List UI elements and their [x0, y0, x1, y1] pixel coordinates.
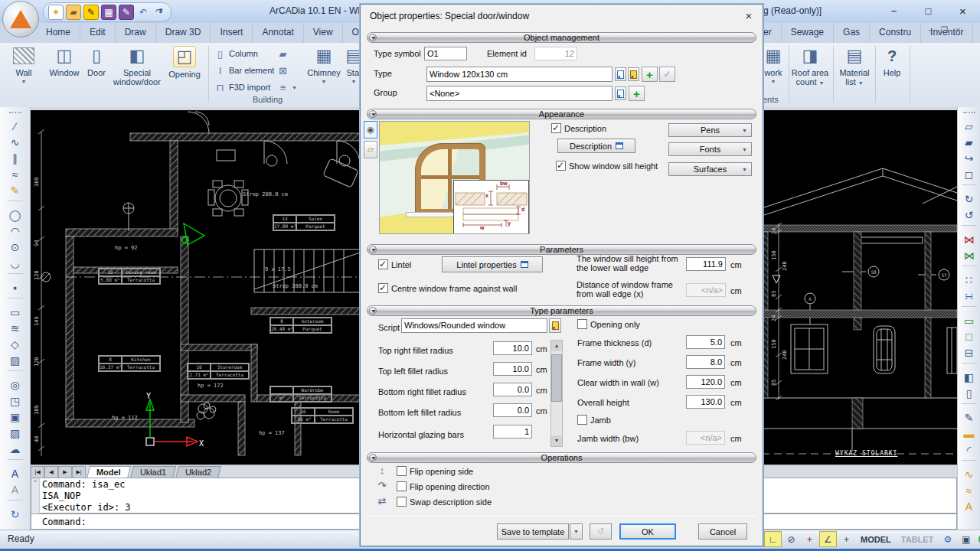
section-object-management[interactable]: Object management	[367, 32, 756, 43]
polygon-tool-icon[interactable]: ◇	[6, 336, 24, 352]
jamb-checkbox[interactable]	[577, 415, 587, 425]
edit-region-icon[interactable]: □	[960, 328, 978, 344]
description-button[interactable]: Description	[557, 139, 635, 153]
tablet-mode[interactable]: TABLET	[897, 531, 939, 547]
double-line-tool-icon[interactable]: ∥	[6, 150, 24, 166]
new-file-icon[interactable]: ✶	[48, 5, 64, 20]
surfaces-button[interactable]: Surfaces▼	[668, 162, 752, 176]
ribbon-tab-view[interactable]: View	[304, 23, 343, 43]
bar-element-button[interactable]: IBar element	[214, 63, 274, 78]
door-button[interactable]: ▯ Door	[83, 44, 110, 93]
save-template-dropdown[interactable]: ▼	[570, 523, 583, 540]
ribbon-tab-gas[interactable]: Gas	[834, 23, 870, 43]
window-button[interactable]: ◫ Window	[44, 44, 84, 93]
ortho-mode[interactable]: ∟	[764, 531, 782, 547]
dimension-edit-icon[interactable]: ✎	[960, 409, 978, 425]
box-3d-icon[interactable]: ◧	[960, 369, 978, 385]
region-tool-icon[interactable]: ▣	[6, 409, 24, 425]
layout-nav-button[interactable]: |◀	[31, 466, 44, 478]
mtext-tool-icon[interactable]: A	[6, 481, 24, 497]
network-button[interactable]: ▦ work▼	[760, 44, 786, 93]
section-operations[interactable]: Operations	[367, 452, 756, 463]
material-list-button[interactable]: ▤ Materiallist ▼	[836, 44, 873, 93]
polyline-tool-icon[interactable]: ∿	[6, 134, 24, 150]
column-button[interactable]: ▯Column	[214, 46, 258, 61]
spline-tool-icon[interactable]: ≈	[6, 166, 24, 182]
pens-button[interactable]: Pens▼	[668, 123, 752, 137]
section-appearance[interactable]: Appearance	[367, 109, 756, 119]
corner-arc-icon[interactable]: ◜	[960, 442, 978, 458]
roof-area-count-button[interactable]: ◨ Roof areacount ▼	[791, 44, 829, 93]
mirror-3d-icon[interactable]: ⋈	[960, 247, 978, 263]
doc-close-button[interactable]: ×	[956, 25, 960, 35]
arc-3point-tool-icon[interactable]: ◡	[6, 255, 24, 271]
fillet-bl-input[interactable]: 0.0	[493, 403, 532, 417]
doc-minimize-button[interactable]: −	[928, 25, 933, 35]
regen-icon[interactable]: ↻	[6, 506, 24, 522]
save-as-icon[interactable]: ✎	[119, 5, 134, 20]
qat-customize-icon[interactable]: ▾	[159, 6, 163, 14]
ribbon-tab-annotat[interactable]: Annotat	[253, 23, 303, 43]
description-checkbox[interactable]	[551, 123, 561, 133]
ellipse-tool-icon[interactable]: ⊙	[6, 239, 24, 255]
mirror-icon[interactable]: ⋈	[960, 231, 978, 247]
special-window-door-button[interactable]: ◧ Special window/door	[112, 44, 162, 93]
sill-height-input[interactable]: 111.9	[686, 257, 726, 271]
lintel-checkbox[interactable]	[378, 259, 388, 269]
type-parameters-scrollbar[interactable]: ▲ ▼	[550, 340, 563, 447]
polar-tracking[interactable]: ⊘	[782, 531, 800, 547]
toolbar-grip[interactable]	[9, 112, 21, 116]
f3d-import-button[interactable]: ⊓F3D import	[214, 80, 270, 95]
fillet-br-input[interactable]: 0.0	[493, 383, 532, 396]
rotate-icon[interactable]: ↻	[960, 191, 978, 207]
type-symbol-input[interactable]: O1	[424, 47, 467, 60]
status-ok[interactable]: ✓	[975, 531, 980, 547]
open-file-icon[interactable]: ▰	[66, 5, 81, 20]
arc-tool-icon[interactable]: ◠	[6, 223, 24, 239]
ribbon-tab-draw[interactable]: Draw	[116, 23, 156, 43]
hatch-tool-icon[interactable]: ▨	[6, 425, 24, 441]
overall-height-input[interactable]: 130.0	[686, 395, 725, 409]
wall-button[interactable]: Wall▼	[6, 44, 41, 93]
opening-button[interactable]: ◰ Opening	[165, 44, 204, 93]
floor-plan-canvas[interactable]: Strop 280.0 cmhp = 929 x 17.5Strop 280.0…	[31, 110, 360, 465]
script-combo[interactable]: Windows/Rounded window	[401, 318, 547, 333]
type-add-button[interactable]: +	[642, 67, 658, 82]
undo-changes-button[interactable]: ↺	[590, 523, 612, 540]
group-add-button[interactable]: +	[629, 86, 645, 101]
copy-multiple-icon[interactable]: ▰	[960, 134, 978, 150]
callout-tool-icon[interactable]: ◳	[6, 393, 24, 409]
frame-width-input[interactable]: 8.0	[686, 355, 725, 369]
revision-cloud-tool-icon[interactable]: ☁	[6, 441, 24, 457]
save-icon[interactable]: ▦	[101, 5, 116, 20]
section-type-parameters[interactable]: Type parameters	[367, 305, 756, 316]
ribbon-tab-edit[interactable]: Edit	[80, 23, 116, 43]
toolbar-grip[interactable]	[963, 112, 975, 116]
layout-nav-button[interactable]: ▶|	[72, 466, 86, 478]
maximize-button[interactable]: □	[911, 0, 946, 21]
layers-lines-button[interactable]: ≡▼	[277, 80, 297, 95]
doc-restore-button[interactable]: ❐	[940, 25, 948, 35]
glazing-bars-input[interactable]: 1	[493, 425, 532, 439]
type-apply-button[interactable]: ✓	[659, 67, 675, 82]
line-tool-icon[interactable]: ∕	[6, 118, 24, 134]
layout-nav-button[interactable]: ◀	[44, 466, 58, 478]
eraser-button[interactable]: ▰	[277, 46, 289, 61]
lineweight[interactable]: +	[838, 531, 855, 547]
flip-opening-side-checkbox[interactable]	[397, 466, 407, 476]
opening-only-checkbox[interactable]	[577, 319, 587, 329]
section-parameters[interactable]: Parameters	[367, 244, 756, 255]
preview-3d-button[interactable]: ▱	[364, 141, 377, 158]
cancel-button[interactable]: Cancel	[698, 523, 747, 540]
script-library-button[interactable]	[549, 318, 561, 333]
undo-icon[interactable]: ↶	[136, 5, 150, 19]
clear-width-input[interactable]: 120.0	[686, 375, 725, 389]
freehand-tool-icon[interactable]: ≋	[6, 320, 24, 336]
section-icon[interactable]: ▯	[960, 385, 978, 401]
hatch-boundary-tool-icon[interactable]: ▨	[6, 352, 24, 368]
arcadia-logo[interactable]	[2, 1, 39, 37]
array-icon[interactable]: ∷	[960, 272, 978, 288]
offset-icon[interactable]: ↪	[960, 150, 978, 166]
chimney-button[interactable]: ▦ Chimney▼	[305, 44, 343, 93]
layout-tab-układ2[interactable]: Układ2	[175, 466, 221, 478]
